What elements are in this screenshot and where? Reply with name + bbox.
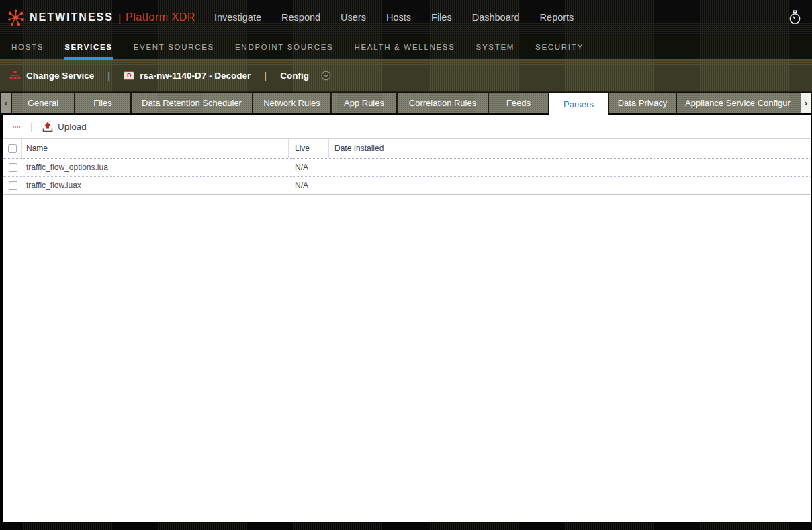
table-row[interactable]: traffic_flow.luax N/A (3, 177, 811, 195)
breadcrumb-separator: | (107, 70, 110, 81)
nav-item-respond[interactable]: Respond (281, 12, 320, 23)
view-selector[interactable]: Config (280, 71, 331, 81)
stopwatch-icon[interactable] (788, 10, 801, 26)
column-header-name[interactable]: Name (22, 139, 289, 158)
service-selector[interactable]: D rsa-nw-1140-D7 - Decoder (124, 71, 251, 81)
admin-tab-hosts[interactable]: HOSTS (11, 35, 44, 59)
admin-tab-endpoint-sources[interactable]: ENDPOINT SOURCES (235, 35, 333, 59)
admin-tab-services[interactable]: SERVICES (64, 35, 113, 59)
upload-button[interactable]: Upload (42, 122, 87, 132)
admin-tab-event-sources[interactable]: EVENT SOURCES (134, 35, 214, 59)
table-header: Name Live Date Installed (3, 139, 811, 159)
row-checkbox[interactable] (9, 163, 17, 172)
decoder-badge-icon: D (124, 71, 134, 80)
parser-live: N/A (289, 177, 329, 194)
change-service-label: Change Service (26, 71, 94, 81)
top-nav-bar: NETWITNESS | Platform XDR Investigate Re… (0, 0, 812, 35)
tab-appliance-service-config[interactable]: Appliance Service Configur (677, 93, 801, 113)
admin-tab-security[interactable]: SECURITY (535, 35, 584, 59)
admin-nav-bar: HOSTS SERVICES EVENT SOURCES ENDPOINT SO… (0, 35, 812, 60)
brand-name: NETWITNESS (30, 11, 114, 24)
toolbar-separator: | (30, 121, 33, 132)
tab-data-retention-scheduler[interactable]: Data Retention Scheduler (132, 93, 252, 113)
admin-tab-system[interactable]: SYSTEM (476, 35, 515, 59)
row-checkbox[interactable] (9, 181, 17, 190)
column-header-date-installed[interactable]: Date Installed (329, 139, 811, 158)
view-label: Config (280, 71, 309, 81)
select-all-checkbox[interactable] (8, 144, 17, 153)
nav-item-dashboard[interactable]: Dashboard (472, 12, 520, 23)
remove-parser-button[interactable] (13, 126, 21, 128)
tab-general[interactable]: General (12, 93, 74, 113)
upload-label: Upload (58, 122, 87, 132)
chevron-down-circle-icon[interactable] (321, 71, 331, 81)
tab-correlation-rules[interactable]: Correlation Rules (398, 93, 488, 113)
nav-item-investigate[interactable]: Investigate (214, 12, 261, 23)
admin-tab-health-wellness[interactable]: HEALTH & WELLNESS (354, 35, 455, 59)
breadcrumb: Change Service | D rsa-nw-1140-D7 - Deco… (0, 60, 812, 91)
breadcrumb-separator-2: | (264, 70, 267, 81)
table-row[interactable]: traffic_flow_options.lua N/A (3, 159, 811, 177)
tab-data-privacy[interactable]: Data Privacy (609, 93, 676, 113)
parser-name: traffic_flow.luax (22, 177, 289, 194)
window-bottom-frame (0, 522, 812, 530)
parsers-toolbar: | Upload (3, 115, 811, 139)
tab-scroll-right-button[interactable]: › (801, 93, 811, 113)
brand-divider: | (118, 12, 121, 24)
sitemap-icon (9, 70, 21, 81)
change-service-button[interactable]: Change Service (9, 70, 94, 81)
netwitness-brand[interactable]: NETWITNESS | Platform XDR (7, 9, 195, 27)
nav-item-files[interactable]: Files (431, 12, 452, 23)
parser-date-installed (329, 177, 811, 194)
tab-network-rules[interactable]: Network Rules (253, 93, 330, 113)
top-nav-items: Investigate Respond Users Hosts Files Da… (214, 12, 574, 23)
upload-icon (42, 122, 53, 132)
nav-item-users[interactable]: Users (341, 12, 366, 23)
tab-feeds[interactable]: Feeds (489, 93, 548, 113)
service-name: rsa-nw-1140-D7 - Decoder (140, 71, 251, 81)
tab-app-rules[interactable]: App Rules (332, 93, 396, 113)
parser-live: N/A (289, 159, 329, 176)
nav-item-reports[interactable]: Reports (540, 12, 574, 23)
column-header-live[interactable]: Live (289, 139, 329, 158)
tab-parsers[interactable]: Parsers (549, 93, 608, 115)
config-tab-bar: ‹ General Files Data Retention Scheduler… (0, 91, 812, 115)
parser-date-installed (329, 159, 811, 176)
tab-files[interactable]: Files (75, 93, 130, 113)
tab-scroll-left-button[interactable]: ‹ (1, 93, 11, 113)
brand-product: Platform XDR (126, 11, 195, 24)
parsers-panel: | Upload Name Live Date Installed traffi… (3, 115, 811, 522)
nav-item-hosts[interactable]: Hosts (386, 12, 411, 23)
parser-name: traffic_flow_options.lua (22, 159, 289, 176)
netwitness-logo-icon (7, 9, 25, 27)
